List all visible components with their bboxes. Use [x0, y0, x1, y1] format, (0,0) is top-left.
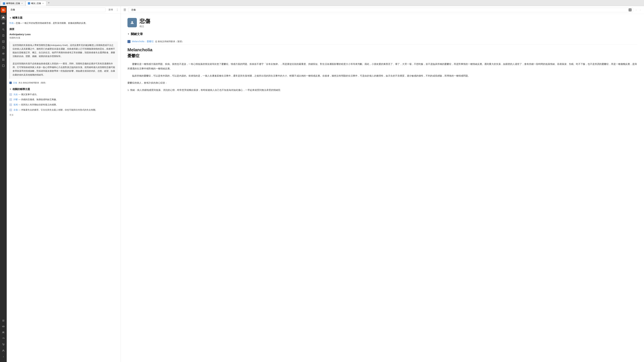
right-search-clear-button[interactable]: ✕ [628, 8, 632, 11]
right-content: 悲傷 概念 ▼ 關鍵文章 Melancholia：憂鬱症 從 教牧諮商輔導辭典（… [121, 14, 644, 362]
related-section-header: ▼ 相關的輔導主題 [10, 88, 118, 91]
related-item-2-desc: — 持續的悲傷感、無價值感和缺乏興趣。 [18, 98, 58, 101]
section-title: 輔導主題 [12, 16, 22, 19]
article-paragraph-3: 憂鬱症的病人，會有許多的身心症狀： [128, 81, 637, 85]
tab-bar: 輔導指南 | 悲傷 ✕ 概況 | 悲傷 ✕ + [0, 0, 644, 6]
nav-back-button[interactable]: ‹ [634, 8, 638, 12]
related-section: ▼ 相關的輔導主題 失敗 — 嘗試某事不成功。 抑鬱 — 持續的悲傷感、無價值感… [10, 88, 118, 116]
svg-rect-12 [4, 60, 4, 61]
svg-rect-13 [2, 65, 4, 67]
left-tab-icon [3, 2, 5, 5]
right-tab-icon [28, 2, 30, 4]
user-icon-btn[interactable] [1, 348, 6, 353]
breadcrumb-separator: › [14, 22, 16, 24]
article-list-item-1-text: 1. 情緒：病人持續地感受到低落、消沈的心情，時常想哭或獨自落淚，有時候連病人自… [128, 88, 637, 92]
related-item-4-content: 哀傷 — 伴隨著失去的痛苦。它往往與失去親人有關，但也可能與任何形式的失去有關。 [14, 108, 98, 112]
related-item-3-desc: — 想與別人有所聯結但卻有孤立的感覺。 [18, 103, 58, 106]
svg-rect-10 [4, 59, 4, 59]
article-body-text: 這些預期的失落會為人帶來預期性悲傷(Anticipatory Grief)，這些… [12, 44, 115, 76]
key-article-link[interactable]: Melancholia：憂鬱症 [132, 40, 154, 43]
search-icon-btn[interactable] [1, 27, 6, 32]
svg-rect-6 [2, 40, 4, 42]
related-item-3-icon [10, 103, 12, 106]
source-tag-icon [10, 82, 12, 84]
left-tab[interactable]: 輔導指南 | 悲傷 ✕ [1, 1, 25, 6]
svg-rect-1 [2, 23, 3, 24]
link-icon-btn[interactable] [1, 324, 6, 329]
related-item-1-link[interactable]: 失敗 [14, 93, 18, 96]
related-item-4: 哀傷 — 伴隨著失去的痛苦。它往往與失去親人有關，但也可能與任何形式的失去有關。 [10, 108, 118, 112]
svg-point-21 [3, 350, 4, 351]
check-icon-btn[interactable] [1, 39, 6, 44]
svg-rect-2 [3, 23, 4, 24]
bookmark-icon-btn[interactable] [1, 33, 6, 38]
add-button[interactable]: 新增 [107, 7, 114, 12]
right-tab-close[interactable]: ✕ [42, 2, 44, 5]
document-icon-btn[interactable] [1, 45, 6, 50]
related-item-1-icon [10, 93, 12, 96]
box-icon-btn[interactable] [1, 63, 6, 68]
list-icon-btn[interactable] [1, 318, 6, 323]
left-tab-close[interactable]: ✕ [21, 2, 23, 5]
refresh-icon-btn[interactable] [1, 336, 6, 341]
left-search-input[interactable] [9, 7, 106, 12]
key-articles-toggle[interactable]: ▼ [128, 33, 130, 35]
related-item-4-icon [10, 109, 12, 111]
section-toggle[interactable]: ▼ [10, 17, 12, 19]
right-panel: ☰ ✕ ‹ › 悲傷 概念 ▼ 關鍵文章 [121, 6, 644, 362]
add-tab-button[interactable]: + [46, 1, 51, 5]
key-article-icon [128, 40, 130, 43]
library-icon-btn[interactable] [1, 21, 6, 26]
related-item-3-link[interactable]: 孤獨 [14, 103, 18, 106]
breadcrumb-link[interactable]: 性格 [10, 22, 14, 24]
svg-point-20 [4, 345, 4, 346]
grid-icon-btn[interactable] [1, 57, 6, 62]
related-item-4-link[interactable]: 哀傷 [14, 109, 18, 111]
article-paragraph-2-text: 臨床所稱的憂鬱症，可以是有外因的，可以是內源的。前者指的是，一個人在遭逢某種生活… [128, 73, 637, 78]
left-panel: 新增 ⋮ ▼ 輔導主題 性格 › 悲傷—一種正常的短暫的情緒痛苦感，是對某些困難… [7, 6, 121, 362]
svg-rect-9 [2, 59, 3, 59]
svg-point-17 [3, 332, 4, 333]
concept-title: 悲傷 [140, 18, 150, 24]
related-section-toggle[interactable]: ▼ [10, 88, 12, 90]
eye-icon-btn[interactable] [1, 51, 6, 56]
article-paragraph-1: 憂鬱症是一種情感方面的問題、疾病。當然也不是說，一有心情低落的情況就等於患了憂鬱… [128, 62, 637, 71]
svg-point-18 [4, 332, 4, 332]
key-article-from: 從 教牧諮商輔導辭典（繁體） [155, 40, 184, 43]
concept-avatar [128, 18, 137, 27]
related-item-4-desc: — 伴隨著失去的痛苦。它往往與失去親人有關，但也可能與任何形式的失去有關。 [18, 109, 98, 111]
right-menu-button[interactable]: ☰ [123, 7, 127, 12]
article-title: Anticipatory Loss [10, 33, 118, 36]
article-paragraph-1-text: 憂鬱症是一種情感方面的問題、疾病。當然也不是說，一有心情低落的情況就等於患了憂鬱… [128, 62, 637, 71]
right-tab[interactable]: 概況 | 悲傷 ✕ [26, 1, 46, 6]
concept-header: 悲傷 概念 [128, 18, 637, 28]
related-item-1-desc: — 嘗試某事不成功。 [18, 93, 39, 96]
concept-title-area: 悲傷 概念 [140, 18, 150, 28]
svg-line-5 [4, 30, 4, 30]
more-menu-button[interactable]: ⋮ [116, 8, 118, 11]
source-tag: 悲傷 來自 教牧諮商輔導辭典（繁體） [10, 81, 118, 84]
home-icon-btn[interactable] [1, 15, 6, 20]
nav-forward-button[interactable]: › [638, 8, 642, 12]
people-icon-btn[interactable] [1, 330, 6, 335]
brand-icon[interactable] [1, 7, 6, 13]
main-article-subtitle: 憂鬱症 [128, 53, 637, 58]
related-item-2-link[interactable]: 抑鬱 [14, 98, 18, 101]
expand-icon-btn[interactable]: › [1, 354, 6, 359]
svg-point-4 [2, 29, 4, 30]
related-item-2-content: 抑鬱 — 持續的悲傷感、無價值感和缺乏興趣。 [14, 98, 58, 101]
svg-point-8 [3, 53, 4, 54]
breadcrumb: 性格 › 悲傷—一種正常的短暫的情緒痛苦感，是對某些困難、創傷或挑戰的反應。 [10, 21, 118, 25]
key-article-item: Melancholia：憂鬱症 從 教牧諮商輔導辭典（繁體） [128, 39, 637, 44]
breadcrumb-text: 悲傷—一種正常的短暫的情緒痛苦感，是對某些困難、創傷或挑戰的反應。 [16, 22, 88, 24]
source-link[interactable]: 悲傷 [13, 81, 17, 84]
more-link[interactable]: 更多 [10, 113, 118, 116]
left-content: ▼ 輔導主題 性格 › 悲傷—一種正常的短暫的情緒痛苦感，是對某些困難、創傷或挑… [7, 13, 120, 362]
sidebar-icons: › [0, 6, 7, 362]
right-tab-label: 概況 | 悲傷 [31, 2, 41, 5]
svg-rect-11 [2, 60, 3, 61]
cart-icon-btn[interactable] [1, 342, 6, 347]
left-tab-label: 輔導指南 | 悲傷 [6, 2, 20, 5]
concept-type: 概念 [140, 25, 150, 28]
right-search-input[interactable] [130, 8, 628, 12]
